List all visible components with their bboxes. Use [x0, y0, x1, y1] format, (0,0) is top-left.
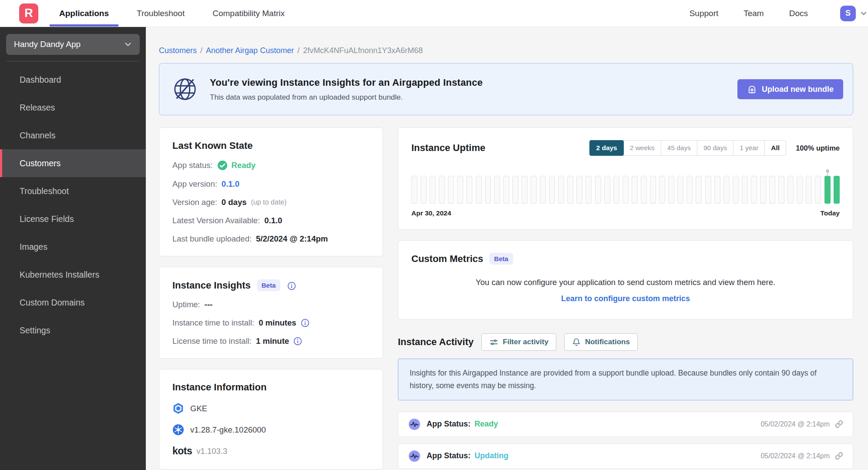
- instance-info-row: GKE: [172, 403, 370, 414]
- info-icon[interactable]: [301, 319, 310, 327]
- nav-item-team[interactable]: Team: [744, 0, 764, 27]
- uptime-bar-empty: [650, 176, 656, 204]
- last-known-state-row: Last bundle uploaded:5/2/2024 @ 2:14pm: [172, 234, 370, 244]
- uptime-start-date: Apr 30, 2024: [411, 209, 451, 217]
- nav-item-support[interactable]: Support: [690, 0, 719, 27]
- activity-status: Ready: [474, 420, 498, 429]
- uptime-bar-empty: [576, 176, 582, 204]
- breadcrumb-link[interactable]: Customers: [159, 46, 197, 55]
- status-value: Ready: [232, 161, 256, 170]
- bell-icon: [572, 338, 581, 346]
- uptime-bar-empty: [659, 176, 665, 204]
- uptime-bar-empty: [421, 176, 427, 204]
- beta-badge: Beta: [257, 279, 281, 291]
- uptime-bar-empty: [476, 176, 482, 204]
- uptime-bar-empty: [549, 176, 555, 204]
- sidebar-item-custom-domains[interactable]: Custom Domains: [0, 289, 146, 316]
- uptime-bar-empty: [512, 176, 518, 204]
- sidebar-item-releases[interactable]: Releases: [0, 94, 146, 121]
- uptime-bar-up: [834, 176, 840, 204]
- instance-insights-row: License time to install:1 minute: [172, 336, 370, 346]
- uptime-range-1-year[interactable]: 1 year: [733, 140, 765, 156]
- card-title: Instance Information: [172, 382, 370, 393]
- user-avatar[interactable]: S: [840, 6, 856, 21]
- sidebar-item-troubleshoot[interactable]: Troubleshoot: [0, 177, 146, 205]
- uptime-bar-empty: [558, 176, 564, 204]
- instance-info-row: v1.28.7-gke.1026000: [172, 424, 370, 436]
- uptime-bar-empty: [439, 176, 445, 204]
- card-title: Instance Uptime: [411, 142, 485, 154]
- uptime-bar-empty: [797, 176, 803, 204]
- custom-metrics-description: You can now configure your application t…: [411, 278, 840, 287]
- nav-item-applications[interactable]: Applications: [59, 0, 109, 27]
- sidebar-item-license-fields[interactable]: License Fields: [0, 205, 146, 233]
- sidebar-item-channels[interactable]: Channels: [0, 121, 146, 149]
- activity-row: App Status:Ready05/02/2024 @ 2:14pm: [398, 412, 853, 437]
- uptime-bar-empty: [686, 176, 693, 204]
- field-label: Uptime:: [172, 300, 200, 309]
- uptime-range-2-weeks[interactable]: 2 weeks: [623, 140, 661, 156]
- uptime-bar-empty: [503, 176, 509, 204]
- banner-title: You're viewing Instance Insights for an …: [210, 77, 483, 88]
- sidebar-item-dashboard[interactable]: Dashboard: [0, 66, 146, 94]
- right-column: Instance Uptime 2 days2 weeks45 days90 d…: [398, 128, 853, 470]
- replicated-logo[interactable]: R: [19, 3, 38, 24]
- uptime-bar-empty: [521, 176, 528, 204]
- sidebar-item-images[interactable]: Images: [0, 233, 146, 261]
- uptime-bar-empty: [733, 176, 739, 204]
- kubernetes-icon: [172, 424, 184, 436]
- permalink-icon[interactable]: [835, 420, 843, 428]
- version-link[interactable]: 0.1.0: [222, 179, 239, 189]
- activity-timestamp: 05/02/2024 @ 2:14pm: [760, 420, 830, 428]
- uptime-bar-empty: [604, 176, 610, 204]
- filter-activity-button[interactable]: Filter activity: [481, 333, 556, 351]
- airgap-activity-notice: Insights for this Airgapped Instance are…: [398, 359, 853, 400]
- section-title: Instance Activity: [398, 336, 474, 348]
- app-window: R ApplicationsTroubleshootCompatibility …: [0, 0, 868, 470]
- uptime-bar-empty: [696, 176, 702, 204]
- instance-uptime-card: Instance Uptime 2 days2 weeks45 days90 d…: [398, 128, 853, 230]
- breadcrumb-link[interactable]: Another Airgap Customer: [206, 46, 294, 55]
- sidebar-item-customers[interactable]: Customers: [0, 149, 146, 177]
- uptime-bar-empty: [778, 176, 784, 204]
- nav-item-docs[interactable]: Docs: [789, 0, 808, 27]
- uptime-bar-empty: [723, 176, 730, 204]
- breadcrumb-current: 2fvMcK4NFuALfnonn1Y3xA6rM68: [303, 46, 423, 55]
- activity-status: Updating: [474, 451, 508, 460]
- breadcrumb-separator: /: [297, 46, 299, 55]
- breadcrumb: Customers/Another Airgap Customer/2fvMcK…: [159, 46, 853, 55]
- uptime-bar-empty: [466, 176, 472, 204]
- uptime-bar-empty: [567, 176, 573, 204]
- account-menu-chevron-icon[interactable]: [859, 9, 868, 18]
- permalink-icon[interactable]: [835, 452, 843, 460]
- field-label: App status:: [172, 161, 213, 170]
- sidebar-item-settings[interactable]: Settings: [0, 316, 146, 344]
- uptime-range-45-days[interactable]: 45 days: [661, 140, 697, 156]
- card-title: Instance Insights: [172, 280, 251, 291]
- env-value: v1.28.7-gke.1026000: [190, 425, 266, 435]
- uptime-bar-empty: [677, 176, 683, 204]
- sidebar-item-kubernetes-installers[interactable]: Kubernetes Installers: [0, 261, 146, 289]
- card-title: Last Known State: [172, 140, 370, 151]
- uptime-bar-empty: [815, 176, 821, 204]
- uptime-range-all[interactable]: All: [764, 140, 786, 156]
- uptime-range-90-days[interactable]: 90 days: [697, 140, 733, 156]
- uptime-bar-empty: [613, 176, 619, 204]
- uptime-range-2-days[interactable]: 2 days: [589, 140, 623, 156]
- last-known-state-row: App status:Ready: [172, 160, 370, 171]
- activity-label: App Status:: [427, 420, 471, 429]
- info-icon[interactable]: [293, 337, 302, 346]
- upload-new-bundle-button[interactable]: Upload new bundle: [737, 79, 843, 99]
- nav-item-troubleshoot[interactable]: Troubleshoot: [137, 0, 185, 27]
- uptime-bar-empty: [787, 176, 794, 204]
- app-selector-dropdown[interactable]: Handy Dandy App: [6, 34, 140, 55]
- check-circle-icon: [217, 160, 228, 171]
- nav-item-compatibility-matrix[interactable]: Compatibility Matrix: [212, 0, 285, 27]
- configure-custom-metrics-link[interactable]: Learn to configure custom metrics: [411, 294, 840, 303]
- uptime-bar-empty: [622, 176, 629, 204]
- activity-timestamp: 05/02/2024 @ 2:14pm: [760, 452, 830, 460]
- notifications-button[interactable]: Notifications: [564, 333, 638, 351]
- field-value: 5/2/2024 @ 2:14pm: [256, 234, 328, 244]
- info-icon[interactable]: [287, 281, 296, 290]
- app-status-pulse-icon: [408, 418, 421, 431]
